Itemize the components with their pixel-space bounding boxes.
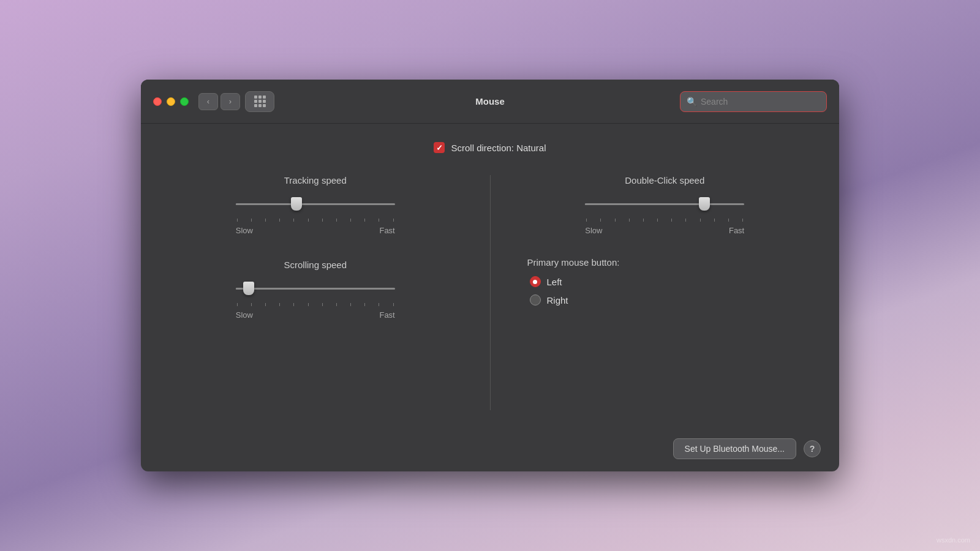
tracking-speed-thumb[interactable]	[291, 197, 302, 211]
search-box[interactable]: 🔍	[680, 91, 827, 112]
scrolling-speed-slow-label: Slow	[236, 310, 253, 320]
radio-right-button[interactable]	[530, 294, 541, 305]
radio-right[interactable]: Right	[530, 294, 803, 305]
double-click-speed-fast-label: Fast	[729, 226, 744, 235]
checkbox-checked-icon	[434, 142, 445, 153]
system-preferences-window: ‹ › Mouse 🔍 Scroll direction: Natural	[141, 80, 839, 471]
right-column: Double-Click speed	[491, 175, 803, 410]
tracking-speed-fill	[236, 203, 296, 205]
tracking-speed-slider-container: Slow Fast	[178, 193, 453, 235]
scroll-direction-checkbox[interactable]: Scroll direction: Natural	[434, 142, 546, 153]
bottom-bar: Set Up Bluetooth Mouse... ?	[141, 429, 839, 471]
left-column: Tracking speed	[178, 175, 491, 410]
forward-icon: ›	[229, 97, 232, 106]
scrolling-speed-slider[interactable]	[236, 277, 395, 299]
content-area: Scroll direction: Natural Tracking speed	[141, 124, 839, 429]
forward-button[interactable]: ›	[221, 93, 240, 110]
tracking-speed-group: Tracking speed	[178, 175, 453, 235]
radio-left[interactable]: Left	[530, 276, 803, 287]
tracking-speed-labels: Slow Fast	[236, 226, 395, 235]
primary-mouse-button-section: Primary mouse button: Left Right	[527, 257, 803, 305]
controls-row: Tracking speed	[178, 175, 802, 410]
scrolling-speed-ticks	[236, 303, 395, 307]
double-click-speed-slider[interactable]	[585, 193, 744, 215]
scrolling-speed-thumb[interactable]	[243, 282, 254, 295]
double-click-speed-fill	[585, 203, 704, 205]
traffic-lights	[153, 97, 189, 106]
minimize-button[interactable]	[167, 97, 175, 106]
scrolling-speed-label: Scrolling speed	[284, 260, 347, 270]
tracking-speed-ticks	[236, 219, 395, 222]
titlebar: ‹ › Mouse 🔍	[141, 80, 839, 124]
scroll-direction-label: Scroll direction: Natural	[451, 143, 546, 153]
close-button[interactable]	[153, 97, 162, 106]
nav-buttons: ‹ ›	[198, 93, 240, 110]
back-button[interactable]: ‹	[198, 93, 218, 110]
double-click-speed-labels: Slow Fast	[585, 226, 744, 235]
double-click-speed-thumb[interactable]	[699, 197, 710, 211]
scrolling-speed-track	[236, 288, 395, 290]
radio-group: Left Right	[530, 276, 803, 305]
maximize-button[interactable]	[180, 97, 189, 106]
window-title: Mouse	[475, 96, 505, 107]
tracking-speed-slow-label: Slow	[236, 226, 253, 235]
search-input[interactable]	[701, 97, 820, 107]
radio-left-button[interactable]	[530, 276, 541, 287]
double-click-speed-ticks	[585, 219, 744, 222]
grid-icon	[254, 96, 266, 107]
help-button[interactable]: ?	[804, 440, 821, 457]
primary-mouse-button-label: Primary mouse button:	[527, 257, 803, 268]
scrolling-speed-fast-label: Fast	[379, 310, 394, 320]
back-icon: ‹	[207, 97, 209, 106]
tracking-speed-fast-label: Fast	[379, 226, 394, 235]
double-click-speed-track	[585, 203, 744, 205]
radio-right-label: Right	[547, 295, 568, 305]
tracking-speed-label: Tracking speed	[284, 175, 347, 186]
tracking-speed-track	[236, 203, 395, 205]
double-click-speed-group: Double-Click speed	[527, 175, 803, 235]
scrolling-speed-slider-container: Slow Fast	[178, 277, 453, 320]
bluetooth-button[interactable]: Set Up Bluetooth Mouse...	[673, 438, 796, 459]
double-click-speed-slow-label: Slow	[585, 226, 602, 235]
double-click-speed-label: Double-Click speed	[625, 175, 704, 186]
scrolling-speed-group: Scrolling speed	[178, 260, 453, 320]
grid-view-button[interactable]	[245, 91, 274, 112]
watermark: wsxdn.com	[937, 536, 970, 544]
search-icon: 🔍	[687, 97, 697, 107]
double-click-speed-slider-container: Slow Fast	[527, 193, 803, 235]
tracking-speed-slider[interactable]	[236, 193, 395, 215]
radio-left-label: Left	[547, 277, 562, 287]
scroll-direction-row: Scroll direction: Natural	[178, 142, 802, 153]
scrolling-speed-labels: Slow Fast	[236, 310, 395, 320]
